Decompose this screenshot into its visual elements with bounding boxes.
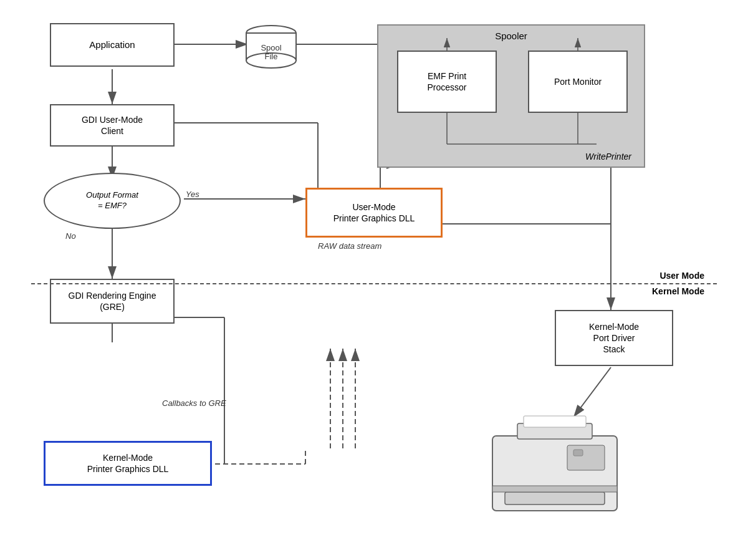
svg-text:File: File [265, 52, 278, 61]
callbacks-label: Callbacks to GRE [162, 398, 226, 408]
write-printer-label: WritePrinter [585, 152, 631, 162]
kernel-port-driver-box: Kernel-Mode Port Driver Stack [555, 310, 673, 366]
user-mode-label: User Mode [659, 271, 704, 281]
spool-file-cylinder: Spool File [243, 24, 299, 69]
yes-label: Yes [186, 190, 199, 199]
raw-data-label: RAW data stream [318, 241, 381, 251]
svg-rect-42 [567, 445, 605, 470]
user-mode-dll-box: User-Mode Printer Graphics DLL [305, 188, 443, 238]
spooler-label: Spooler [378, 31, 644, 41]
application-box: Application [50, 23, 175, 67]
output-format-ellipse: Output Format= EMF? [44, 173, 181, 229]
svg-text:Spool: Spool [261, 43, 281, 52]
spooler-container: Spooler EMF Print Processor Port Monitor… [377, 24, 645, 168]
svg-rect-43 [573, 450, 583, 456]
kernel-mode-dll-box: Kernel-Mode Printer Graphics DLL [44, 441, 212, 486]
kernel-mode-label: Kernel Mode [652, 286, 704, 296]
svg-rect-41 [524, 416, 586, 427]
svg-rect-39 [505, 492, 605, 504]
gdi-rendering-box: GDI Rendering Engine(GRE) [50, 279, 175, 324]
emf-print-box: EMF Print Processor [397, 51, 497, 113]
printer-illustration [467, 398, 642, 548]
gdi-user-mode-box: GDI User-Mode Client [50, 104, 175, 147]
port-monitor-box: Port Monitor [528, 51, 628, 113]
svg-rect-44 [492, 486, 617, 492]
no-label: No [65, 231, 76, 241]
dashed-separator [31, 283, 717, 284]
diagram-container: Application GDI User-Mode Client Output … [31, 12, 717, 548]
